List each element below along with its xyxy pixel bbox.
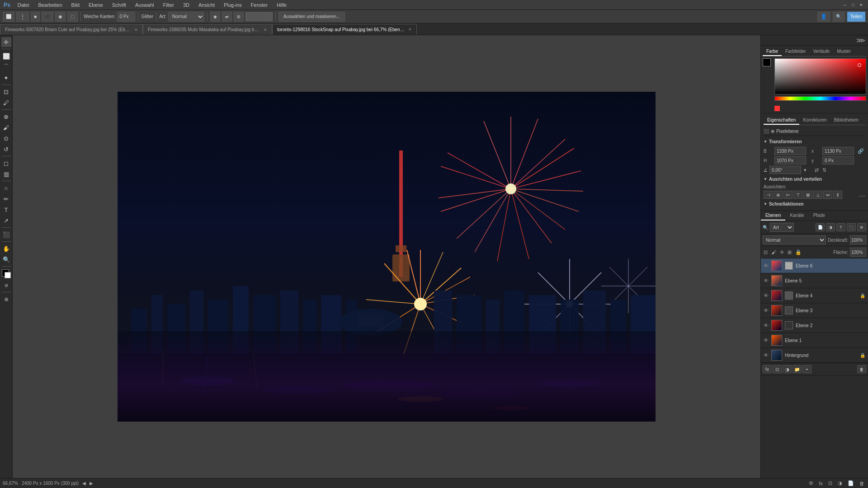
auswahl-maskieren-btn[interactable]: Auswählen und maskieren...	[278, 12, 345, 22]
weiche-kanten-input[interactable]	[117, 12, 135, 22]
marquee-tool[interactable]: ⬜	[1, 51, 11, 61]
transform-section-header[interactable]: ▼ Transformieren	[764, 138, 865, 145]
align-center-v-btn[interactable]: ⊠	[803, 191, 812, 199]
minimize-button[interactable]: ─	[842, 2, 848, 8]
menu-ansicht[interactable]: Ansicht	[197, 1, 217, 9]
menu-fenster[interactable]: Fenster	[249, 1, 269, 9]
layer-item-hintergrund[interactable]: 👁 Hintergrund 🔒	[761, 348, 868, 363]
menu-bearbeiten[interactable]: Bearbeiten	[36, 1, 64, 9]
add-style-btn[interactable]: fx	[763, 365, 772, 373]
progress-arrow-left[interactable]: ◀	[82, 481, 86, 486]
layer2-visibility[interactable]: 👁	[764, 323, 769, 328]
layer6-visibility[interactable]: 👁	[764, 263, 769, 268]
menu-bild[interactable]: Bild	[70, 1, 81, 9]
tab-muster[interactable]: Muster	[833, 47, 854, 56]
add-layer-btn[interactable]: +	[802, 365, 811, 373]
tab-bibliotheken[interactable]: Bibliotheken	[830, 116, 862, 125]
eraser-tool[interactable]: ◻	[1, 158, 11, 168]
layer1-visibility[interactable]: 👁	[764, 338, 769, 343]
layer-item-1[interactable]: 👁 Ebene 1	[761, 333, 868, 348]
bottom-delete-btn[interactable]: 🗑	[859, 480, 865, 487]
marquee-rect-btn[interactable]: ⬜	[3, 12, 14, 22]
new-layer-btn[interactable]: 📄	[816, 223, 825, 231]
shape-tool[interactable]: ⬛	[1, 230, 11, 239]
screen-mode-btn[interactable]: ⊞	[1, 294, 11, 304]
angle-input[interactable]	[769, 166, 801, 174]
brush-tool[interactable]: 🖌	[1, 122, 11, 132]
align-center-h-btn[interactable]: ⊕	[774, 191, 783, 199]
tab-ebenen[interactable]: Ebenen	[761, 211, 785, 221]
tb-icon2[interactable]: ⬛	[42, 12, 53, 22]
lock-all-btn[interactable]: 🔒	[794, 249, 802, 256]
opacity-input[interactable]	[850, 235, 866, 244]
tab-farbfelder[interactable]: Farbfelder	[782, 47, 810, 56]
tab-fireworks1-close[interactable]: ✕	[134, 28, 138, 32]
hand-tool[interactable]: ✋	[1, 244, 11, 253]
menu-plugins[interactable]: Plug-ins	[222, 1, 244, 9]
search-btn[interactable]: 🔍	[833, 12, 844, 22]
color-swatch[interactable]	[2, 269, 11, 278]
tab-kanaele[interactable]: Kanäle	[785, 211, 808, 221]
b-value-input[interactable]	[774, 147, 806, 155]
magic-wand-tool[interactable]: ✦	[1, 73, 11, 83]
tab-toronto-close[interactable]: ✕	[408, 27, 412, 32]
y-value-input[interactable]	[822, 156, 854, 164]
align-left-btn[interactable]: ⊣	[764, 191, 773, 199]
fill-input[interactable]	[850, 248, 866, 257]
tb-small3[interactable]: ⊞	[234, 12, 244, 22]
align-bottom-btn[interactable]: ⊥	[813, 191, 822, 199]
layer-item-4[interactable]: 👁 Ebene 4 🔒	[761, 288, 868, 303]
dist-v-btn[interactable]: ⇕	[833, 191, 842, 199]
share-icon-btn[interactable]: 👤	[817, 12, 830, 22]
progress-arrow-right[interactable]: ▶	[90, 481, 93, 486]
tab-fireworks1[interactable]: Fireworks-5007820 Briam Cute auf Pixabay…	[0, 24, 143, 35]
x-value-input[interactable]	[822, 147, 854, 155]
active-color-swatch[interactable]	[763, 58, 771, 66]
hue-slider[interactable]	[774, 96, 866, 101]
layer3-visibility[interactable]: 👁	[764, 308, 769, 313]
layer-blend-mode[interactable]: Normal Multiplizieren Aufhellen	[763, 235, 826, 244]
bottom-new-layer-btn[interactable]: 📄	[847, 480, 855, 487]
toolbar-options-btn[interactable]: ⋮	[16, 12, 29, 22]
tb-icon4[interactable]: ⬚	[67, 12, 78, 22]
lock-paint-btn[interactable]: 🖌	[770, 249, 777, 255]
menu-hilfe[interactable]: Hilfe	[275, 1, 288, 9]
link-proportions-btn[interactable]: 🔗	[857, 148, 865, 155]
path-select-tool[interactable]: ↗	[1, 216, 11, 225]
close-button[interactable]: ✕	[858, 2, 864, 8]
tab-pfade[interactable]: Pfade	[809, 211, 830, 221]
history-brush-tool[interactable]: ↺	[1, 144, 11, 154]
align-section-header[interactable]: ▼ Ausrichten und verteilen	[764, 175, 865, 183]
quick-mask-btn[interactable]: ⊘	[1, 280, 11, 290]
bottom-adjust-btn[interactable]: ◑	[837, 480, 843, 487]
canvas-area[interactable]	[13, 35, 760, 478]
layer-item-6[interactable]: 👁 Ebene 6	[761, 258, 868, 273]
dodge-tool[interactable]: ○	[1, 183, 11, 193]
maximize-button[interactable]: □	[850, 2, 856, 8]
menu-filter[interactable]: Filter	[161, 1, 176, 9]
menu-schrift[interactable]: Schrift	[110, 1, 128, 9]
delete-layer-btn[interactable]: 🗑	[857, 365, 866, 373]
quickactions-section-header[interactable]: ▼ Schnellaktionen	[764, 200, 865, 208]
lock-artboard-btn[interactable]: ⊞	[787, 249, 793, 256]
layer4-visibility[interactable]: 👁	[764, 293, 769, 298]
tb-small2[interactable]: ⇄	[222, 12, 232, 22]
pen-tool[interactable]: ✏	[1, 194, 11, 204]
menu-3d[interactable]: 3D	[181, 1, 191, 9]
flip-v-btn[interactable]: ⇅	[821, 167, 827, 174]
crop-tool[interactable]: ⊡	[1, 87, 11, 97]
tb-small1[interactable]: ◉	[210, 12, 220, 22]
layer5-visibility[interactable]: 👁	[764, 278, 769, 283]
clone-tool[interactable]: ⊙	[1, 133, 11, 143]
type-layer-btn[interactable]: T	[836, 223, 845, 231]
tb-icon1[interactable]: ■	[31, 12, 40, 22]
add-adjustment-btn[interactable]: ◑	[783, 365, 792, 373]
menu-datei[interactable]: Datei	[16, 1, 31, 9]
bottom-fx-btn[interactable]: fx	[818, 480, 824, 487]
lasso-tool[interactable]: ⌒	[1, 62, 11, 72]
align-top-btn[interactable]: ⊤	[793, 191, 802, 199]
tab-fireworks2-close[interactable]: ✕	[264, 28, 267, 32]
background-color[interactable]	[5, 272, 11, 278]
lock-transparency-btn[interactable]: ⊡	[763, 249, 769, 256]
color-picker-gradient[interactable]	[774, 58, 866, 94]
